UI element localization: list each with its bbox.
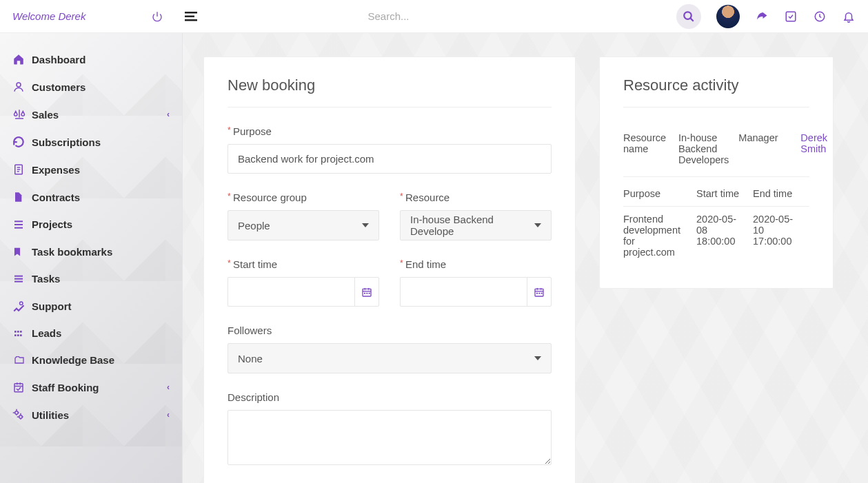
sidebar-item-projects[interactable]: Projects	[0, 211, 182, 238]
power-icon[interactable]	[150, 10, 164, 23]
sidebar-item-support[interactable]: Support	[0, 292, 182, 320]
sidebar-item-leads[interactable]: Leads	[0, 320, 182, 347]
sidebar: DashboardCustomersSales‹SubscriptionsExp…	[0, 33, 183, 483]
nav-icon	[12, 191, 32, 203]
description-textarea[interactable]	[228, 410, 552, 465]
resource-name-label: Resource name	[623, 132, 678, 165]
nav-label: Utilities	[32, 409, 69, 421]
svg-rect-1	[185, 12, 197, 14]
topbar: Welcome Derek	[0, 0, 868, 33]
new-booking-card: New booking Purpose Resource group Peopl…	[203, 56, 576, 483]
svg-rect-20	[14, 280, 23, 282]
manager-label: Manager	[738, 132, 800, 165]
nav-label: Expenses	[32, 164, 80, 176]
nav-icon	[12, 328, 32, 339]
svg-rect-18	[14, 275, 23, 276]
purpose-input[interactable]	[228, 144, 552, 174]
followers-value: None	[238, 353, 263, 364]
start-time-calendar-button[interactable]	[354, 277, 379, 307]
row-purpose: Frontend development for project.com	[623, 214, 696, 258]
resource-group-select[interactable]: People	[228, 210, 379, 240]
bell-icon[interactable]	[842, 10, 856, 23]
sidebar-item-subscriptions[interactable]: Subscriptions	[0, 128, 182, 156]
sidebar-item-knowledge-base[interactable]: Knowledge Base	[0, 347, 182, 373]
nav-label: Customers	[32, 81, 85, 93]
resource-group-value: People	[238, 220, 270, 232]
sidebar-item-staff-booking[interactable]: Staff Booking‹	[0, 373, 182, 401]
svg-rect-25	[14, 334, 17, 336]
resource-activity-card: Resource activity Resource name In-house…	[599, 56, 834, 289]
svg-rect-24	[20, 331, 22, 333]
start-time-input[interactable]	[228, 277, 354, 307]
svg-point-8	[17, 83, 21, 87]
sidebar-item-dashboard[interactable]: Dashboard	[0, 45, 182, 73]
svg-rect-26	[17, 334, 19, 336]
svg-rect-27	[20, 334, 22, 336]
activity-row: Frontend development for project.com2020…	[623, 207, 809, 265]
purpose-header: Purpose	[623, 188, 696, 199]
chevron-left-icon: ‹	[167, 110, 170, 119]
nav-icon	[12, 245, 32, 258]
sidebar-item-expenses[interactable]: Expenses	[0, 156, 182, 183]
svg-rect-38	[364, 292, 365, 294]
sidebar-item-task-bookmarks[interactable]: Task bookmarks	[0, 238, 182, 265]
nav-icon	[12, 53, 32, 65]
nav-icon	[12, 355, 32, 366]
caret-down-icon	[534, 223, 541, 227]
svg-rect-39	[366, 292, 367, 294]
svg-rect-2	[185, 15, 194, 17]
svg-rect-46	[538, 292, 540, 294]
end-time-calendar-button[interactable]	[527, 277, 552, 307]
followers-select[interactable]: None	[228, 343, 552, 373]
svg-rect-22	[14, 331, 17, 333]
svg-rect-19	[14, 278, 23, 279]
search-button[interactable]	[676, 4, 701, 29]
clock-icon[interactable]	[813, 10, 827, 23]
nav-list: DashboardCustomersSales‹SubscriptionsExp…	[0, 33, 182, 441]
nav-icon	[12, 300, 32, 312]
svg-point-4	[684, 12, 692, 19]
svg-point-33	[19, 415, 23, 419]
nav-label: Sales	[32, 109, 59, 121]
svg-rect-45	[536, 292, 538, 294]
sidebar-item-customers[interactable]: Customers	[0, 73, 182, 101]
menu-toggle-icon[interactable]	[185, 12, 197, 21]
resource-value: In-house Backend Develope	[410, 214, 534, 237]
end-time-input[interactable]	[400, 277, 527, 307]
sidebar-item-sales[interactable]: Sales‹	[0, 101, 182, 128]
caret-down-icon	[534, 356, 541, 360]
row-end: 2020-05-10 17:00:00	[753, 214, 809, 258]
chevron-left-icon: ‹	[167, 382, 170, 392]
svg-rect-6	[786, 12, 796, 21]
search-input[interactable]	[368, 10, 506, 22]
booking-title: New booking	[228, 76, 552, 107]
svg-rect-23	[17, 331, 19, 333]
caret-down-icon	[362, 223, 369, 227]
purpose-label: Purpose	[228, 125, 552, 137]
resource-name-value: In-house Backend Developers	[678, 132, 738, 165]
main-content: New booking Purpose Resource group Peopl…	[183, 33, 868, 483]
sidebar-item-contracts[interactable]: Contracts	[0, 183, 182, 211]
sidebar-item-tasks[interactable]: Tasks	[0, 265, 182, 292]
description-label: Description	[228, 391, 552, 403]
svg-rect-28	[14, 384, 23, 392]
nav-icon	[12, 409, 32, 421]
nav-icon	[12, 381, 32, 393]
share-icon[interactable]	[755, 10, 769, 23]
start-header: Start time	[696, 188, 753, 199]
resource-group-label: Resource group	[228, 192, 379, 203]
nav-label: Support	[32, 300, 72, 312]
nav-icon	[12, 108, 32, 121]
sidebar-item-utilities[interactable]: Utilities‹	[0, 401, 182, 429]
check-square-icon[interactable]	[784, 10, 798, 23]
nav-label: Knowledge Base	[32, 354, 114, 366]
svg-rect-47	[541, 292, 543, 294]
resource-select[interactable]: In-house Backend Develope	[400, 210, 552, 240]
chevron-left-icon: ‹	[167, 410, 170, 420]
svg-rect-3	[185, 19, 197, 21]
activity-title: Resource activity	[623, 76, 809, 107]
manager-link[interactable]: Derek Smith	[800, 132, 849, 165]
nav-icon	[12, 163, 32, 176]
svg-line-5	[691, 18, 694, 21]
avatar[interactable]	[716, 5, 740, 28]
